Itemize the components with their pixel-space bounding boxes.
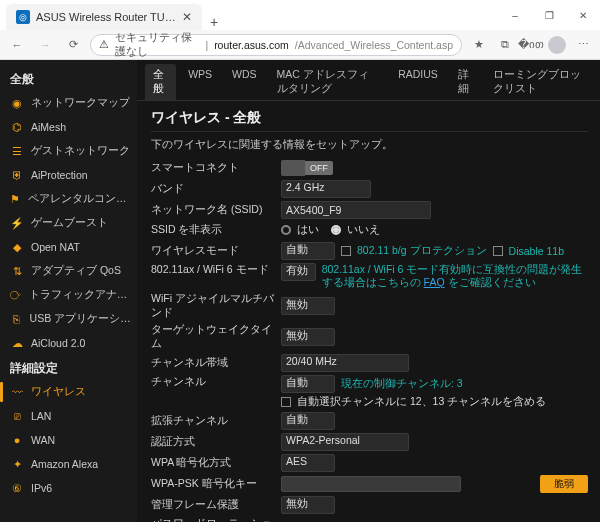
channel-select[interactable]: 自動 xyxy=(281,375,335,393)
address-bar[interactable]: ⚠ セキュリティ保護なし | router.asus.com/Advanced_… xyxy=(90,34,462,56)
sidebar-icon: ⛨ xyxy=(10,168,24,182)
window-close-button[interactable]: ✕ xyxy=(566,0,600,30)
back-button[interactable]: ← xyxy=(6,34,28,56)
sidebar-icon: ⚡ xyxy=(10,216,24,230)
favicon-icon: ◎ xyxy=(16,10,30,24)
sidebar-item-label: トラフィックアナライザ xyxy=(29,288,131,302)
sidebar-item[interactable]: ✦Amazon Alexa xyxy=(0,452,137,476)
sidebar-item[interactable]: ☰ゲストネットワーク xyxy=(0,139,137,163)
smart-connect-toggle[interactable]: OFF xyxy=(281,160,333,176)
tab-close-icon[interactable]: ✕ xyxy=(182,10,192,24)
label-channel-width: チャンネル帯域 xyxy=(151,356,281,370)
site-warning-icon: ⚠ xyxy=(99,38,109,51)
agile-select[interactable]: 無効 xyxy=(281,297,335,315)
label-band: バンド xyxy=(151,182,281,196)
sidebar-icon: ☁ xyxy=(10,336,24,350)
reading-list-icon[interactable]: ★ xyxy=(468,34,490,56)
sidebar-item-label: ワイヤレス xyxy=(31,385,86,399)
twt-select[interactable]: 無効 xyxy=(281,328,335,346)
pmf-select[interactable]: 無効 xyxy=(281,496,335,514)
bg-protection-checkbox[interactable] xyxy=(341,246,351,256)
sidebar-icon: ⧂ xyxy=(10,288,22,302)
page-tab[interactable]: MAC アドレスフィルタリング xyxy=(269,64,387,100)
sidebar-item[interactable]: ⧂トラフィックアナライザ xyxy=(0,283,137,307)
ax-faq-link[interactable]: FAQ xyxy=(424,276,445,288)
psk-input[interactable] xyxy=(281,476,461,492)
sidebar-item[interactable]: ⑥IPv6 xyxy=(0,476,137,500)
sidebar-item[interactable]: ⎚LAN xyxy=(0,404,137,428)
auth-select[interactable]: WPA2-Personal xyxy=(281,433,409,451)
sidebar-item[interactable]: 〰ワイヤレス xyxy=(0,380,137,404)
sidebar-item-label: LAN xyxy=(31,410,51,422)
sidebar-group-general: 全般 xyxy=(0,66,137,91)
hide-ssid-yes-radio[interactable] xyxy=(281,225,291,235)
label-hide-ssid: SSID を非表示 xyxy=(151,223,281,237)
label-rotation: パスワードローテーション間隔 xyxy=(151,517,281,522)
label-twt: ターゲットウェイクタイム xyxy=(151,323,281,351)
hide-ssid-no-radio[interactable] xyxy=(331,225,341,235)
menu-dots-icon[interactable]: ⋯ xyxy=(572,34,594,56)
wireless-mode-select[interactable]: 自動 xyxy=(281,242,335,260)
label-ax-mode: 802.11ax / WiFi 6 モード xyxy=(151,263,281,277)
favorites-icon[interactable]: �ით xyxy=(520,34,542,56)
sidebar-item[interactable]: ⚑ペアレンタルコントロー… xyxy=(0,187,137,211)
label-wireless-mode: ワイヤレスモード xyxy=(151,244,281,258)
sidebar-item[interactable]: ⇅アダプティブ QoS xyxy=(0,259,137,283)
sidebar-icon: ⌬ xyxy=(10,120,24,134)
encryption-select[interactable]: AES xyxy=(281,454,335,472)
sidebar-group-advanced: 詳細設定 xyxy=(0,355,137,380)
include-12-13-checkbox[interactable] xyxy=(281,397,291,407)
forward-button[interactable]: → xyxy=(34,34,56,56)
sidebar-item-label: USB アプリケーション xyxy=(30,312,131,326)
label-ssid: ネットワーク名 (SSID) xyxy=(151,203,281,217)
sidebar-icon: ⑥ xyxy=(10,481,24,495)
page-subtitle: 下のワイヤレスに関連する情報をセットアップ。 xyxy=(151,138,588,152)
window-maximize-button[interactable]: ❐ xyxy=(532,0,566,30)
extensions-icon[interactable]: ⧉ xyxy=(494,34,516,56)
page-tab[interactable]: 詳細 xyxy=(450,64,481,100)
url-host: router.asus.com xyxy=(214,39,289,51)
sidebar-icon: ◆ xyxy=(10,240,24,254)
label-channel: チャンネル xyxy=(151,375,281,389)
sidebar-item-label: Open NAT xyxy=(31,241,80,253)
sidebar-item[interactable]: ⌬AiMesh xyxy=(0,115,137,139)
sidebar-item-label: AiCloud 2.0 xyxy=(31,337,85,349)
ext-channel-select[interactable]: 自動 xyxy=(281,412,335,430)
sidebar-item[interactable]: ◆Open NAT xyxy=(0,235,137,259)
sidebar-icon: ✦ xyxy=(10,457,24,471)
sidebar-item-label: アダプティブ QoS xyxy=(31,264,121,278)
label-ext-channel: 拡張チャンネル xyxy=(151,414,281,428)
window-minimize-button[interactable]: – xyxy=(498,0,532,30)
sidebar-item[interactable]: ◉ネットワークマップ xyxy=(0,91,137,115)
browser-tab[interactable]: ◎ ASUS Wireless Router TUF-AX54… ✕ xyxy=(6,4,202,30)
reload-button[interactable]: ⟳ xyxy=(62,34,84,56)
label-agile-multiband: WiFi アジャイルマルチバンド xyxy=(151,292,281,320)
sidebar-item[interactable]: ⛨AiProtection xyxy=(0,163,137,187)
disable-11b-checkbox[interactable] xyxy=(493,246,503,256)
label-pmf: 管理フレーム保護 xyxy=(151,498,281,512)
sidebar-item[interactable]: ⎘USB アプリケーション xyxy=(0,307,137,331)
sidebar-icon: ⚑ xyxy=(10,192,21,206)
psk-strength-badge: 脆弱 xyxy=(540,475,588,493)
profile-avatar[interactable] xyxy=(546,34,568,56)
sidebar-item[interactable]: ☁AiCloud 2.0 xyxy=(0,331,137,355)
page-tab[interactable]: WDS xyxy=(224,64,265,100)
new-tab-button[interactable]: + xyxy=(202,14,226,30)
ax-mode-select[interactable]: 有効 xyxy=(281,263,316,281)
sidebar-item-label: WAN xyxy=(31,434,55,446)
sidebar-icon: ☰ xyxy=(10,144,24,158)
sidebar-icon: ● xyxy=(10,433,24,447)
page-tab[interactable]: 全般 xyxy=(145,64,176,100)
band-select[interactable]: 2.4 GHz xyxy=(281,180,371,198)
page-tab[interactable]: WPS xyxy=(180,64,220,100)
tab-title: ASUS Wireless Router TUF-AX54… xyxy=(36,11,176,23)
url-path: /Advanced_Wireless_Content.asp xyxy=(295,39,453,51)
page-tab[interactable]: ローミングブロックリスト xyxy=(485,64,592,100)
sidebar-item[interactable]: ●WAN xyxy=(0,428,137,452)
site-warning-label: セキュリティ保護なし xyxy=(115,31,199,59)
ssid-input[interactable] xyxy=(281,201,431,219)
sidebar-icon: ⎚ xyxy=(10,409,24,423)
sidebar-item[interactable]: ⚡ゲームブースト xyxy=(0,211,137,235)
page-tab[interactable]: RADIUS xyxy=(390,64,446,100)
channel-width-select[interactable]: 20/40 MHz xyxy=(281,354,409,372)
